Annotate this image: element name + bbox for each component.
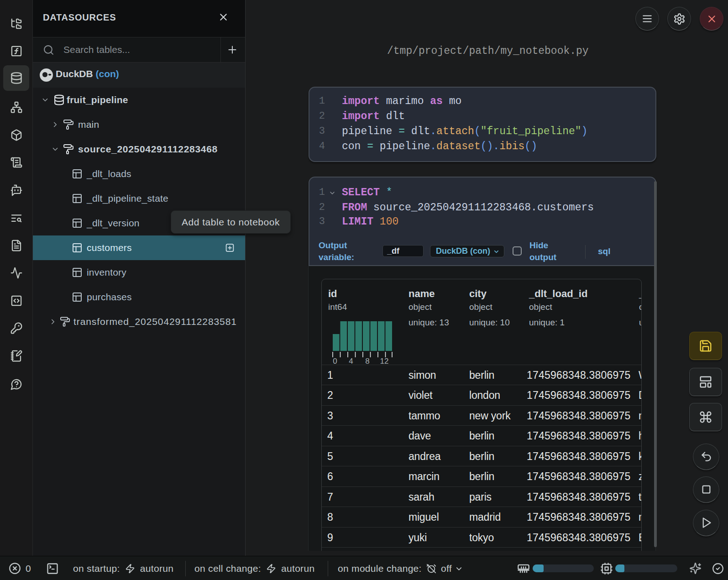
svg-text:4: 4 bbox=[349, 357, 353, 365]
svg-text:12: 12 bbox=[380, 357, 389, 365]
svg-text:0: 0 bbox=[333, 357, 337, 365]
svg-text:8: 8 bbox=[365, 357, 369, 365]
